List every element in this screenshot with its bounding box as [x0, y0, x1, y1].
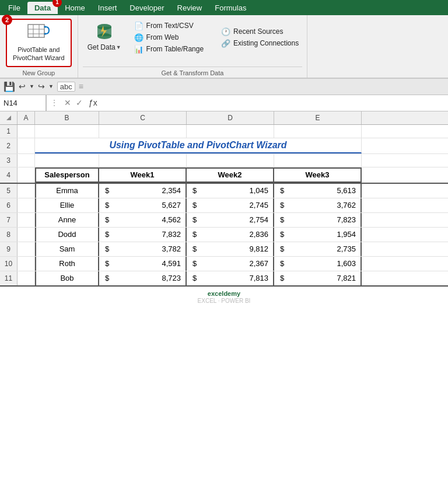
get-data-icon — [94, 21, 115, 42]
cell-e3[interactable] — [274, 154, 362, 167]
cell-d4-week2[interactable]: Week2 — [187, 167, 274, 183]
menu-formulas[interactable]: Formulas — [209, 2, 252, 14]
cell-a6[interactable] — [18, 198, 35, 212]
cell-c5-week1[interactable]: $ 2,354 — [99, 184, 187, 198]
cell-c11-week1[interactable]: $ 8,723 — [99, 271, 187, 285]
cell-c7-week1[interactable]: $ 4,562 — [99, 213, 187, 227]
name-box[interactable] — [0, 95, 47, 111]
cell-c4-week1[interactable]: Week1 — [99, 167, 187, 183]
cell-e9-week3[interactable]: $ 2,735 — [274, 242, 362, 256]
cell-b9-name[interactable]: Sam — [35, 242, 99, 256]
cell-d1[interactable] — [187, 125, 274, 138]
cell-b11-name[interactable]: Bob — [35, 271, 99, 285]
col-header-a[interactable]: A — [18, 111, 35, 124]
menu-data[interactable]: Data 1 — [27, 2, 58, 14]
col-header-c[interactable]: C — [99, 111, 187, 124]
cell-b2-title[interactable]: Using PivotTable and PivotChart Wizard — [35, 138, 362, 153]
cell-a9[interactable] — [18, 242, 35, 256]
insert-function-icon[interactable]: ƒx — [85, 98, 101, 107]
cell-d10-week2[interactable]: $ 2,367 — [187, 257, 274, 271]
cell-b7-name[interactable]: Anne — [35, 213, 99, 227]
col-header-b[interactable]: B — [35, 111, 99, 124]
from-table-range-button[interactable]: 📊 From Table/Range — [131, 44, 208, 55]
cell-c6-week1[interactable]: $ 5,627 — [99, 198, 187, 212]
menu-review[interactable]: Review — [172, 2, 208, 14]
col-header-e[interactable]: E — [274, 111, 362, 124]
from-web-button[interactable]: 🌐 From Web — [131, 32, 208, 43]
corner-cell[interactable] — [0, 111, 18, 124]
row-num-10[interactable]: 10 — [0, 257, 18, 271]
cell-c1[interactable] — [99, 125, 187, 138]
cell-b3[interactable] — [35, 154, 99, 167]
quick-access-bar: 💾 ↩ ▼ ↪ ▼ abc ≡ — [0, 79, 448, 95]
from-text-csv-button[interactable]: 📄 From Text/CSV — [131, 20, 208, 32]
cell-e6-week3[interactable]: $ 3,762 — [274, 198, 362, 212]
cell-c10-week1[interactable]: $ 4,591 — [99, 257, 187, 271]
cell-a1[interactable] — [18, 125, 35, 138]
cell-c8-week1[interactable]: $ 7,832 — [99, 228, 187, 242]
cell-e4-week3[interactable]: Week3 — [274, 167, 362, 183]
row-num-4[interactable]: 4 — [0, 167, 18, 183]
undo-icon[interactable]: ↩ — [19, 82, 26, 91]
pivot-wizard-button[interactable]: 2 PivotTable and PivotChart Wizard — [6, 19, 72, 67]
row-num-11[interactable]: 11 — [0, 271, 18, 285]
cell-b8-name[interactable]: Dodd — [35, 228, 99, 242]
cell-d3[interactable] — [187, 154, 274, 167]
cell-b4-salesperson[interactable]: Salesperson — [35, 167, 99, 183]
cell-a5[interactable] — [18, 184, 35, 198]
grid-row-6: 6 Ellie $ 5,627 $ 2,745 $ 3,762 — [0, 198, 448, 213]
cell-d6-week2[interactable]: $ 2,745 — [187, 198, 274, 212]
row-num-7[interactable]: 7 — [0, 213, 18, 227]
cell-a10[interactable] — [18, 257, 35, 271]
cell-d9-week2[interactable]: $ 9,812 — [187, 242, 274, 256]
cell-b5-name[interactable]: Emma — [35, 184, 99, 198]
menu-insert[interactable]: Insert — [92, 2, 123, 14]
cell-d5-week2[interactable]: $ 1,045 — [187, 184, 274, 198]
cell-b10-name[interactable]: Roth — [35, 257, 99, 271]
cell-e1[interactable] — [274, 125, 362, 138]
cell-d7-week2[interactable]: $ 2,754 — [187, 213, 274, 227]
grid-row-8: 8 Dodd $ 7,832 $ 2,836 $ 1,954 — [0, 228, 448, 242]
cell-c9-week1[interactable]: $ 3,782 — [99, 242, 187, 256]
row-num-3[interactable]: 3 — [0, 154, 18, 167]
get-data-button[interactable]: Get Data ▼ — [83, 18, 126, 55]
redo-dropdown-icon[interactable]: ▼ — [48, 83, 54, 89]
cell-a11[interactable] — [18, 271, 35, 285]
cell-b1[interactable] — [35, 125, 99, 138]
row-num-8[interactable]: 8 — [0, 228, 18, 242]
cell-a7[interactable] — [18, 213, 35, 227]
row-num-1[interactable]: 1 — [0, 125, 18, 138]
col-header-d[interactable]: D — [187, 111, 274, 124]
cell-e10-week3[interactable]: $ 1,603 — [274, 257, 362, 271]
row-num-9[interactable]: 9 — [0, 242, 18, 256]
cell-a2[interactable] — [18, 138, 35, 153]
cell-a8[interactable] — [18, 228, 35, 242]
get-data-dropdown-arrow[interactable]: ▼ — [116, 44, 121, 50]
cell-b6-name[interactable]: Ellie — [35, 198, 99, 212]
redo-icon[interactable]: ↪ — [38, 82, 45, 91]
cell-d11-week2[interactable]: $ 7,813 — [187, 271, 274, 285]
confirm-formula-icon[interactable]: ✓ — [74, 98, 85, 107]
menu-home[interactable]: Home — [59, 2, 91, 14]
svg-marker-10 — [6, 116, 11, 120]
recent-sources-button[interactable]: 🕐 Recent Sources — [218, 26, 302, 37]
existing-connections-button[interactable]: 🔗 Existing Connections — [218, 38, 302, 49]
cell-c3[interactable] — [99, 154, 187, 167]
row-num-5[interactable]: 5 — [0, 184, 18, 198]
cell-e11-week3[interactable]: $ 7,821 — [274, 271, 362, 285]
cell-e7-week3[interactable]: $ 7,823 — [274, 213, 362, 227]
menu-file[interactable]: File — [2, 2, 26, 14]
menu-developer[interactable]: Developer — [124, 2, 170, 14]
cell-e8-week3[interactable]: $ 1,954 — [274, 228, 362, 242]
cell-d8-week2[interactable]: $ 2,836 — [187, 228, 274, 242]
row-num-2[interactable]: 2 — [0, 138, 18, 153]
cell-a4[interactable] — [18, 167, 35, 183]
cell-e5-week3[interactable]: $ 5,613 — [274, 184, 362, 198]
cell-a3[interactable] — [18, 154, 35, 167]
formula-input[interactable] — [101, 95, 448, 111]
undo-dropdown-icon[interactable]: ▼ — [29, 83, 34, 89]
cancel-formula-icon[interactable]: ✕ — [62, 98, 74, 107]
save-icon[interactable]: 💾 — [4, 81, 15, 92]
header-week1: Week1 — [131, 170, 155, 179]
row-num-6[interactable]: 6 — [0, 198, 18, 212]
